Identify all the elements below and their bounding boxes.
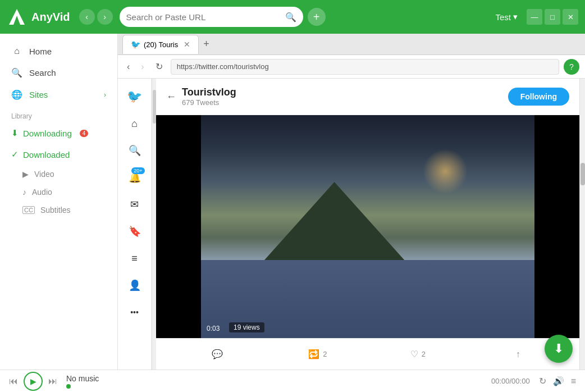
home-icon: ⌂: [11, 46, 22, 56]
prev-track-button[interactable]: ⏮: [9, 376, 18, 386]
twitter-lists-icon[interactable]: ≡: [124, 247, 146, 270]
username-label: Test: [495, 12, 511, 22]
tab-twitter[interactable]: 🐦 (20) Touris ✕: [122, 35, 199, 54]
like-action[interactable]: ♡ 2: [368, 344, 468, 364]
nav-arrows: ‹ ›: [79, 9, 113, 25]
twitter-search-icon[interactable]: 🔍: [124, 139, 146, 162]
minimize-button[interactable]: —: [527, 9, 542, 25]
video-views: 19 views: [229, 322, 264, 332]
sidebar: ⌂ Home 🔍 Search 🌐 Sites › Library ⬇ Down…: [0, 34, 118, 370]
twitter-bookmarks-icon[interactable]: 🔖: [124, 220, 146, 243]
comment-icon: 💬: [212, 349, 223, 359]
url-search-bar: 🔍: [120, 7, 303, 27]
profile-tweets: 679 Tweets: [182, 98, 502, 107]
maximize-button[interactable]: □: [545, 9, 560, 25]
main-layout: ⌂ Home 🔍 Search 🌐 Sites › Library ⬇ Down…: [0, 34, 585, 370]
profile-back-button[interactable]: ←: [166, 91, 176, 103]
new-tab-button[interactable]: +: [203, 38, 209, 50]
browser-refresh-button[interactable]: ↻: [152, 59, 166, 74]
profile-info: Touristvlog 679 Tweets: [182, 86, 502, 107]
close-button[interactable]: ✕: [563, 9, 578, 25]
twitter-pane: 🐦 ⌂ 🔍 🔔 20+ ✉ 🔖 ≡ 👤 •••: [118, 79, 585, 370]
twitter-logo-icon[interactable]: 🐦: [124, 85, 146, 108]
audio-label: Audio: [32, 188, 52, 197]
sites-icon: 🌐: [11, 89, 22, 100]
download-fab-button[interactable]: ⬇: [545, 335, 573, 363]
sidebar-sub-video[interactable]: ▶ Video: [0, 165, 117, 183]
forward-button[interactable]: ›: [97, 9, 113, 25]
twitter-home-icon[interactable]: ⌂: [124, 112, 146, 135]
heart-icon: ♡: [410, 349, 418, 359]
comment-action[interactable]: 💬: [167, 344, 268, 364]
video-icon: ▶: [22, 170, 29, 179]
retweet-icon: 🔁: [308, 349, 319, 359]
tab-bar: 🐦 (20) Touris ✕ +: [118, 34, 585, 55]
tab-close-button[interactable]: ✕: [184, 40, 190, 49]
sidebar-home-label: Home: [29, 47, 52, 56]
back-button[interactable]: ‹: [79, 9, 95, 25]
sidebar-item-search[interactable]: 🔍 Search: [0, 62, 117, 84]
right-scrollbar[interactable]: [579, 79, 585, 370]
twitter-messages-icon[interactable]: ✉: [124, 193, 146, 216]
repeat-button[interactable]: ↻: [539, 376, 546, 386]
player-controls: ⏮ ▶ ⏭: [9, 372, 57, 391]
library-label: Library: [0, 106, 117, 122]
playlist-button[interactable]: ≡: [571, 376, 576, 386]
right-scroll-thumb: [581, 163, 585, 185]
following-button[interactable]: Following: [508, 88, 569, 106]
play-button[interactable]: ▶: [24, 372, 43, 391]
sidebar-item-downloaded[interactable]: ✓ Downloaded: [0, 144, 117, 165]
user-menu-button[interactable]: Test ▾: [495, 12, 518, 22]
next-track-button[interactable]: ⏭: [48, 376, 57, 386]
video-label: Video: [34, 170, 54, 179]
search-submit-button[interactable]: 🔍: [285, 12, 296, 22]
volume-button[interactable]: 🔊: [553, 376, 564, 386]
twitter-more-icon[interactable]: •••: [124, 301, 146, 323]
subtitles-label: Subtitles: [40, 206, 71, 215]
help-button[interactable]: ?: [564, 59, 579, 75]
url-text: https://twitter.com/touristvlog: [177, 62, 269, 71]
like-count: 2: [422, 350, 426, 358]
no-music-area: No music: [66, 374, 99, 389]
time-display: 00:00/00:00: [491, 377, 530, 385]
video-right-overlay: [534, 115, 579, 338]
title-bar: AnyVid ‹ › 🔍 + Test ▾ — □ ✕: [0, 0, 585, 34]
share-icon: ↑: [516, 349, 520, 359]
twitter-main: ← Touristvlog 679 Tweets Following: [156, 79, 579, 370]
sidebar-sub-subtitles[interactable]: CC Subtitles: [0, 201, 117, 219]
video-placeholder: [156, 115, 579, 338]
player-bar: ⏮ ▶ ⏭ No music 00:00/00:00 ↻ 🔊 ≡: [0, 370, 585, 392]
sun-glow: [423, 149, 468, 194]
twitter-left-scrollbar[interactable]: [152, 79, 156, 370]
video-left-overlay: [156, 115, 201, 338]
retweet-count: 2: [323, 350, 327, 358]
url-bar[interactable]: https://twitter.com/touristvlog: [171, 59, 559, 75]
sidebar-item-downloading[interactable]: ⬇ Downloading 4: [0, 122, 117, 144]
user-chevron-icon: ▾: [513, 12, 518, 22]
sidebar-item-home[interactable]: ⌂ Home: [0, 40, 117, 62]
user-area: Test ▾: [495, 12, 518, 22]
svg-marker-0: [9, 9, 25, 25]
downloading-icon: ⬇: [11, 128, 19, 138]
music-dot: [66, 384, 71, 389]
retweet-action[interactable]: 🔁 2: [268, 344, 368, 364]
browser-bar: ‹ › ↻ https://twitter.com/touristvlog ?: [118, 55, 585, 79]
video-container[interactable]: 0:03 19 views: [156, 115, 579, 338]
browser-back-button[interactable]: ‹: [124, 60, 133, 74]
search-input[interactable]: [126, 12, 281, 22]
tweet-actions: 💬 🔁 2 ♡ 2 ↑: [156, 338, 579, 370]
logo-area: AnyVid: [7, 7, 70, 27]
chevron-right-icon: ›: [104, 91, 106, 99]
sidebar-sub-audio[interactable]: ♪ Audio: [0, 183, 117, 201]
logo-icon: [7, 7, 27, 27]
twitter-profile-icon[interactable]: 👤: [124, 274, 146, 297]
search-icon: 🔍: [11, 67, 22, 78]
downloading-label: Downloading: [23, 129, 72, 138]
tab-label: (20) Touris: [144, 40, 178, 49]
sidebar-item-sites[interactable]: 🌐 Sites ›: [0, 84, 117, 106]
no-music-label: No music: [66, 374, 99, 383]
twitter-notifications-icon[interactable]: 🔔 20+: [124, 166, 146, 189]
add-tab-button[interactable]: +: [308, 8, 326, 26]
video-timestamp: 0:03: [207, 325, 220, 332]
browser-forward-button[interactable]: ›: [138, 60, 147, 74]
